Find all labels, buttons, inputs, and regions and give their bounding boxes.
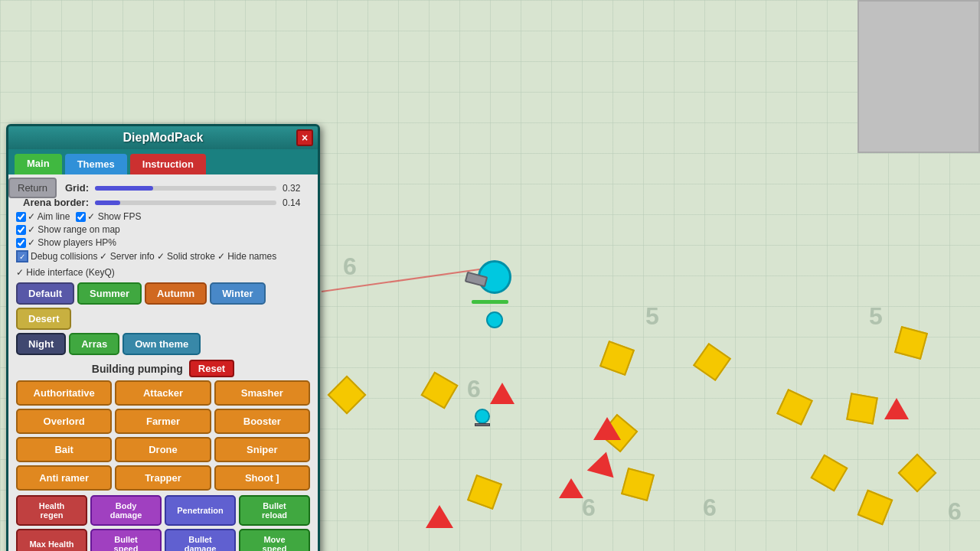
build-booster-btn[interactable]: Booster bbox=[214, 409, 310, 434]
arena-value: 0.14 bbox=[283, 197, 310, 208]
close-button[interactable]: × bbox=[296, 129, 313, 146]
stat-bullet-reload-btn[interactable]: Bulletreload bbox=[239, 495, 310, 526]
tab-main[interactable]: Main bbox=[15, 154, 62, 174]
stat-buttons-grid: Healthregen Bodydamage Penetration Bulle… bbox=[16, 495, 310, 551]
build-drone-btn[interactable]: Drone bbox=[115, 437, 211, 462]
show-hp-check[interactable]: ✓ Show players HP% bbox=[16, 237, 116, 248]
theme-winter-btn[interactable]: Winter bbox=[210, 282, 265, 305]
theme-default-btn[interactable]: Default bbox=[16, 282, 74, 305]
theme-desert-btn[interactable]: Desert bbox=[16, 308, 71, 330]
reset-button[interactable]: Reset bbox=[189, 360, 234, 377]
mod-panel: DiepModPack × Main Themes Instruction Re… bbox=[6, 124, 320, 551]
show-range-check[interactable]: ✓ Show range on map bbox=[16, 224, 120, 235]
stat-bullet-speed-btn[interactable]: Bulletspeed bbox=[90, 529, 162, 551]
stat-body-damage-btn[interactable]: Bodydamage bbox=[90, 495, 162, 526]
theme-row-2: Night Arras Own theme bbox=[16, 333, 310, 355]
debug-row: ✓ Debug collisions ✓ Server info ✓ Solid… bbox=[16, 250, 310, 262]
grid-value: 0.32 bbox=[283, 183, 310, 194]
tab-instruction[interactable]: Instruction bbox=[130, 154, 206, 174]
return-button[interactable]: Return bbox=[8, 178, 57, 198]
build-smasher-btn[interactable]: Smasher bbox=[214, 380, 310, 406]
arena-slider-track[interactable] bbox=[95, 201, 276, 205]
top-right-minimap bbox=[858, 0, 980, 153]
aim-line-check[interactable]: ✓ Aim line bbox=[16, 211, 70, 222]
tab-bar: Main Themes Instruction bbox=[8, 149, 318, 174]
build-sniper-btn[interactable]: Sniper bbox=[214, 437, 310, 462]
grid-slider-row: Grid: 0.32 bbox=[16, 182, 310, 194]
build-attacker-btn[interactable]: Attacker bbox=[115, 380, 211, 406]
build-bait-btn[interactable]: Bait bbox=[16, 437, 112, 462]
checkbox-row-2: ✓ Show range on map bbox=[16, 224, 310, 235]
build-trapper-btn[interactable]: Trapper bbox=[115, 465, 211, 491]
debug-checkbox-icon: ✓ bbox=[16, 250, 28, 262]
build-shoot-btn[interactable]: Shoot ] bbox=[214, 465, 310, 491]
grid-slider-track[interactable] bbox=[95, 186, 276, 191]
stat-penetration-btn[interactable]: Penetration bbox=[165, 495, 236, 526]
grid-slider-fill bbox=[95, 186, 153, 191]
server-info-label: ✓ Server info bbox=[100, 251, 154, 262]
stat-max-health-btn[interactable]: Max Health bbox=[16, 529, 87, 551]
theme-summer-btn[interactable]: Summer bbox=[77, 282, 142, 305]
hide-names-label: ✓ Hide names bbox=[217, 251, 276, 262]
theme-arras-btn[interactable]: Arras bbox=[69, 333, 119, 355]
build-farmer-btn[interactable]: Farmer bbox=[115, 409, 211, 434]
checkbox-row-1: ✓ Aim line ✓ Show FPS bbox=[16, 211, 310, 222]
checkbox-row-3: ✓ Show players HP% bbox=[16, 237, 310, 248]
theme-own-btn[interactable]: Own theme bbox=[122, 333, 201, 355]
debug-row-2: ✓ Hide interface (KeyQ) bbox=[16, 267, 310, 278]
theme-night-btn[interactable]: Night bbox=[16, 333, 66, 355]
debug-label: Debug collisions bbox=[31, 251, 97, 262]
theme-row-1: Default Summer Autumn Winter Desert bbox=[16, 282, 310, 330]
build-overlord-btn[interactable]: Overlord bbox=[16, 409, 112, 434]
theme-autumn-btn[interactable]: Autumn bbox=[145, 282, 207, 305]
stat-move-speed-btn[interactable]: Movespeed bbox=[239, 529, 310, 551]
solid-stroke-label: ✓ Solid stroke bbox=[157, 251, 215, 262]
arena-slider-row: Arena border: 0.14 bbox=[16, 197, 310, 208]
build-buttons-grid: Authoritative Attacker Smasher Overlord … bbox=[16, 380, 310, 491]
show-fps-check[interactable]: ✓ Show FPS bbox=[76, 211, 141, 222]
panel-title: DiepModPack bbox=[123, 131, 204, 145]
tab-themes[interactable]: Themes bbox=[65, 154, 127, 174]
stat-bullet-damage-btn[interactable]: Bulletdamage bbox=[165, 529, 236, 551]
arena-slider-fill bbox=[95, 201, 120, 205]
building-pumping-title: Building pumping Reset bbox=[16, 360, 310, 377]
stat-health-regen-btn[interactable]: Healthregen bbox=[16, 495, 87, 526]
panel-title-bar: DiepModPack × bbox=[8, 126, 318, 149]
build-authoritative-btn[interactable]: Authoritative bbox=[16, 380, 112, 406]
arena-label: Arena border: bbox=[16, 197, 89, 208]
build-antiramer-btn[interactable]: Anti ramer bbox=[16, 465, 112, 491]
debug-collisions-check[interactable]: ✓ Debug collisions bbox=[16, 250, 97, 262]
panel-content: Grid: 0.32 Arena border: 0.14 ✓ Aim line… bbox=[8, 174, 318, 551]
